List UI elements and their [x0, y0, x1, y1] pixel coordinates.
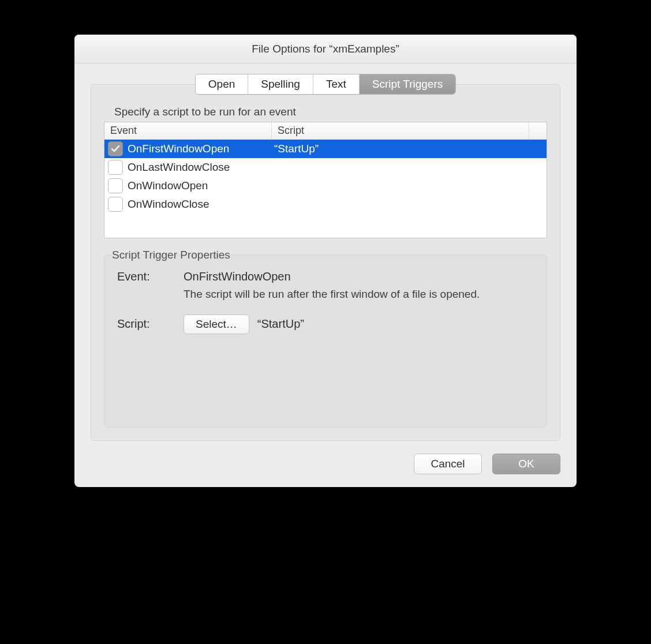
row-event: OnWindowOpen [128, 179, 274, 192]
property-event-value: OnFirstWindowOpen [184, 270, 534, 283]
checkbox[interactable] [108, 197, 123, 212]
header-spacer [529, 122, 547, 139]
events-table: Event Script OnFirstWindowOpen “StartUp” [104, 122, 547, 238]
row-event: OnFirstWindowOpen [128, 143, 274, 155]
row-event: OnLastWindowClose [128, 161, 274, 174]
property-script-label: Script: [117, 317, 184, 331]
instruction-text: Specify a script to be run for an event [114, 106, 547, 118]
dialog-footer: Cancel OK [91, 454, 560, 474]
table-row[interactable]: OnWindowClose [104, 195, 547, 214]
table-row[interactable]: OnWindowOpen [104, 177, 547, 195]
tab-text[interactable]: Text [313, 74, 360, 94]
cancel-button[interactable]: Cancel [414, 454, 482, 474]
tab-script-triggers[interactable]: Script Triggers [360, 74, 455, 94]
panel: Specify a script to be run for an event … [91, 84, 560, 441]
property-event-label: Event: [117, 270, 184, 283]
select-script-button[interactable]: Select… [184, 314, 249, 334]
checkbox[interactable] [108, 178, 123, 193]
tab-spelling[interactable]: Spelling [248, 74, 313, 94]
row-event: OnWindowClose [128, 198, 274, 211]
table-row[interactable]: OnLastWindowClose [104, 158, 547, 177]
property-script-value: “StartUp” [257, 317, 304, 331]
tab-open[interactable]: Open [196, 74, 248, 94]
tab-bar: Open Spelling Text Script Triggers [91, 74, 560, 95]
checkbox[interactable] [108, 160, 123, 175]
check-icon [111, 144, 120, 153]
property-script-value-wrap: Select… “StartUp” [184, 314, 534, 334]
window-title-text: File Options for “xmExamples” [252, 43, 399, 55]
table-body: OnFirstWindowOpen “StartUp” OnLastWindow… [104, 140, 547, 238]
property-script-row: Script: Select… “StartUp” [117, 314, 534, 334]
property-event-row: Event: OnFirstWindowOpen The script will… [117, 270, 534, 302]
header-script[interactable]: Script [272, 122, 529, 139]
table-row[interactable]: OnFirstWindowOpen “StartUp” [104, 140, 547, 158]
property-event-description: The script will be run after the first w… [184, 287, 534, 302]
tabs: Open Spelling Text Script Triggers [195, 74, 456, 95]
checkbox[interactable] [108, 141, 123, 156]
file-options-window: File Options for “xmExamples” Open Spell… [74, 35, 577, 487]
window-title: File Options for “xmExamples” [74, 35, 577, 63]
ok-button[interactable]: OK [492, 454, 560, 474]
property-event-value-wrap: OnFirstWindowOpen The script will be run… [184, 270, 534, 302]
row-script: “StartUp” [274, 143, 543, 155]
properties-panel: Event: OnFirstWindowOpen The script will… [104, 254, 547, 428]
header-event[interactable]: Event [104, 122, 272, 139]
window-content: Open Spelling Text Script Triggers Speci… [74, 63, 577, 487]
table-header: Event Script [104, 122, 547, 140]
